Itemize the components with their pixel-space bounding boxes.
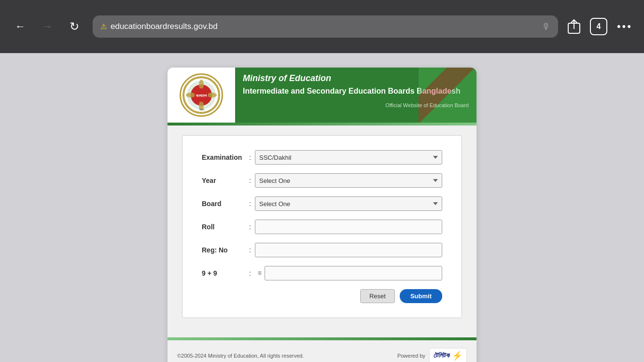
examination-row: Examination : SSC/Dakhil HSC/Alim JSC/JD… <box>202 150 442 165</box>
examination-select[interactable]: SSC/Dakhil HSC/Alim JSC/JDC <box>255 150 442 165</box>
year-colon: : <box>245 177 255 184</box>
security-warning-icon: ⚠ <box>100 22 107 31</box>
captcha-colon: : <box>245 269 255 277</box>
reg-colon: : <box>245 246 255 254</box>
year-label: Year <box>202 177 245 184</box>
svg-point-9 <box>207 93 217 97</box>
submit-button[interactable]: Submit <box>400 289 442 303</box>
reset-button[interactable]: Reset <box>360 289 395 303</box>
powered-by: Powered by টেলিটক ⚡ <box>397 348 467 362</box>
ministry-title: Ministry of Education <box>243 73 469 84</box>
official-text: Official Website of Education Board <box>243 100 469 108</box>
page-content: বাংলাদেশ সরকার Ministry of Education Int… <box>0 53 644 362</box>
examination-label: Examination <box>202 153 245 161</box>
examination-colon: : <box>245 153 255 161</box>
logo-area: বাংলাদেশ সরকার <box>168 68 235 123</box>
site-footer: ©2005-2024 Ministry of Education, All ri… <box>168 340 476 362</box>
roll-label: Roll <box>202 223 245 231</box>
microphone-icon[interactable]: 🎙 <box>542 22 550 32</box>
captcha-label: 9 + 9 <box>202 269 245 277</box>
more-button[interactable]: ••• <box>617 20 632 33</box>
reg-row: Reg: No : <box>202 243 442 257</box>
board-label: Board <box>202 200 245 208</box>
year-select[interactable]: Select One 2024 2023 2022 <box>255 173 442 188</box>
footer-copyright: ©2005-2024 Ministry of Education, All ri… <box>177 353 304 359</box>
site-card: বাংলাদেশ সরকার Ministry of Education Int… <box>168 68 476 362</box>
site-header: বাংলাদেশ সরকার Ministry of Education Int… <box>168 68 476 123</box>
form-box: Examination : SSC/Dakhil HSC/Alim JSC/JD… <box>182 135 462 318</box>
government-logo: বাংলাদেশ সরকার <box>180 73 223 117</box>
svg-point-6 <box>199 80 204 89</box>
svg-point-8 <box>186 93 196 97</box>
teletalk-text: টেলিটক <box>434 352 450 360</box>
captcha-row: 9 + 9 : = <box>202 266 442 280</box>
reg-input[interactable] <box>255 243 442 257</box>
board-row: Board : Select One Dhaka Chittagong Rajs… <box>202 196 442 211</box>
reg-label: Reg: No <box>202 246 245 254</box>
teletalk-icon: ⚡ <box>452 350 462 361</box>
powered-by-text: Powered by <box>397 353 425 359</box>
header-green: Ministry of Education Intermediate and S… <box>235 68 476 123</box>
svg-text:বাংলাদেশ: বাংলাদেশ <box>196 94 207 98</box>
captcha-eq: = <box>255 269 265 277</box>
share-button[interactable] <box>568 19 580 34</box>
year-row: Year : Select One 2024 2023 2022 <box>202 173 442 188</box>
tab-count[interactable]: 4 <box>590 18 607 35</box>
forward-button[interactable]: → <box>39 20 56 33</box>
browser-chrome: ← → ↻ ⚠ educationboardresults.gov.bd 🎙 4… <box>0 0 644 53</box>
browser-actions: 4 ••• <box>568 18 632 35</box>
roll-colon: : <box>245 223 255 231</box>
board-select[interactable]: Select One Dhaka Chittagong Rajshahi <box>255 196 442 211</box>
reload-button[interactable]: ↻ <box>66 20 83 33</box>
captcha-input[interactable] <box>265 266 442 280</box>
svg-text:সরকার: সরকার <box>199 108 205 111</box>
teletalk-logo: টেলিটক ⚡ <box>429 348 467 362</box>
url-text: educationboardresults.gov.bd <box>111 22 538 31</box>
back-button[interactable]: ← <box>12 20 29 33</box>
roll-input[interactable] <box>255 220 442 234</box>
address-bar[interactable]: ⚠ educationboardresults.gov.bd 🎙 <box>93 15 558 38</box>
roll-row: Roll : <box>202 220 442 234</box>
board-colon: : <box>245 200 255 208</box>
board-title: Intermediate and Secondary Education Boa… <box>243 86 469 97</box>
button-row: Reset Submit <box>202 289 442 303</box>
form-area: Examination : SSC/Dakhil HSC/Alim JSC/JD… <box>168 125 476 333</box>
